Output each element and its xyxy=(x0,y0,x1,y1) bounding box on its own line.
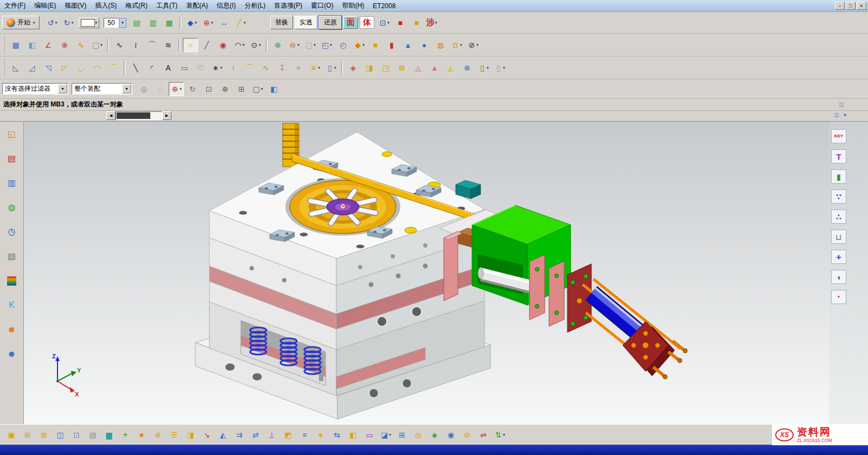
revolve-icon[interactable]: ◴ xyxy=(335,38,350,52)
face-button[interactable]: 面 xyxy=(343,16,358,29)
project-curve-icon[interactable]: ↧ xyxy=(275,61,290,75)
point-set-icon[interactable]: ∗▾ xyxy=(209,61,225,75)
ruled-surface-icon[interactable]: ◺ xyxy=(8,61,23,75)
hole-icon[interactable]: ◘▾ xyxy=(449,38,464,52)
medical-cross-icon[interactable]: + xyxy=(831,250,846,264)
menu-item[interactable]: ET2008 xyxy=(368,1,400,11)
menu-item[interactable]: 首选项(P) xyxy=(270,0,307,11)
key-icon[interactable]: KEY xyxy=(831,129,846,143)
remember-constraints-icon[interactable]: ◩ xyxy=(280,427,296,443)
replace-button[interactable]: 替换 xyxy=(270,16,293,29)
rotate-view-icon[interactable]: ↻ xyxy=(185,82,200,96)
delete-face-icon[interactable]: ⊗ xyxy=(459,61,475,75)
tool-icon[interactable] xyxy=(107,39,109,52)
dropdown-arrow-icon[interactable]: ▼ xyxy=(58,84,67,93)
grid-component-icon[interactable]: ⊞ xyxy=(394,427,410,443)
menu-item[interactable]: 格式(R) xyxy=(121,0,152,11)
no-entry-icon[interactable]: ⊘ xyxy=(459,427,475,443)
dropdown-caret[interactable]: ▾ xyxy=(195,21,197,25)
mold-wizard-icon[interactable]: ◬ xyxy=(411,61,426,75)
mirror-assembly-icon[interactable]: ◭ xyxy=(215,427,231,443)
cylinder-mount-plates[interactable] xyxy=(529,255,591,332)
link-ring-icon[interactable]: ○ xyxy=(183,38,198,52)
spark-icon[interactable]: ∗ xyxy=(313,427,328,443)
cascade-windows-icon[interactable]: ▤ xyxy=(3,150,21,167)
through-curves-icon[interactable]: ◿ xyxy=(24,61,40,75)
dropdown-caret[interactable]: ▾ xyxy=(297,43,299,47)
barrel-icon[interactable]: ▮ xyxy=(831,169,846,184)
point-icon[interactable]: ⊙▾ xyxy=(248,38,263,52)
component-set-icon[interactable]: ⊠ xyxy=(36,427,52,443)
dropdown-caret[interactable]: ▾ xyxy=(211,21,213,25)
menu-item[interactable]: 视图(V) xyxy=(60,0,91,11)
open-component-icon[interactable]: ⊞ xyxy=(20,427,35,443)
graphics-viewport[interactable]: Z Y X xyxy=(24,122,829,424)
sort-icon[interactable]: ⇅▾ xyxy=(492,427,507,443)
fit-view-icon[interactable]: ⊡ xyxy=(201,82,216,96)
viewport-canvas[interactable]: Z Y X xyxy=(24,122,829,424)
dropdown-caret[interactable]: ▾ xyxy=(242,43,245,47)
paste-clipboard-icon[interactable]: ▯▾ xyxy=(492,61,507,75)
orange-cube-icon[interactable]: ■ xyxy=(409,16,424,30)
selection-scope-dropdown[interactable]: 整个装配 ▼ xyxy=(72,83,132,94)
layer-category-icon[interactable]: ▦ xyxy=(162,16,177,30)
layer-visible-icon[interactable]: ▥ xyxy=(145,16,161,30)
close-button[interactable]: × xyxy=(857,2,866,10)
cone-icon[interactable]: ▲ xyxy=(400,38,416,52)
rectangle-icon[interactable]: ▭ xyxy=(177,61,192,75)
shaded-view-icon[interactable]: ◧ xyxy=(266,82,282,96)
offset-curve-icon[interactable]: ≀ xyxy=(226,61,241,75)
menu-item[interactable]: 窗口(O) xyxy=(307,0,337,11)
stamp-icon[interactable]: ▤ xyxy=(85,427,100,443)
line2-icon[interactable]: ╲ xyxy=(128,61,143,75)
datum-csys-icon[interactable]: ⊕▾ xyxy=(200,16,215,30)
she-button[interactable]: 涉 ▾ xyxy=(426,17,437,28)
arc-curve-icon[interactable]: ⌒ xyxy=(144,38,159,52)
more-tools-icon[interactable]: ▢▾ xyxy=(90,38,105,52)
hydraulic-cylinder-tube[interactable] xyxy=(591,288,646,336)
dropdown-caret[interactable]: ▾ xyxy=(476,43,478,47)
sketch-icon[interactable]: ▦ xyxy=(8,38,23,52)
exchange-icon[interactable]: ⇌ xyxy=(476,427,491,443)
arrangements-icon[interactable]: ⇆ xyxy=(329,427,344,443)
user-icon[interactable]: ☻ xyxy=(3,346,21,362)
panel-toggle-icon[interactable]: ◫ xyxy=(839,102,844,108)
dropdown-caret[interactable]: ▾ xyxy=(362,43,365,47)
replace-component-icon[interactable]: ⇄ xyxy=(248,427,263,443)
spline-icon[interactable]: ∿ xyxy=(112,38,127,52)
block-icon[interactable]: ■ xyxy=(368,38,383,52)
target-icon[interactable]: ◉ xyxy=(443,427,458,443)
dropdown-caret[interactable]: ▾ xyxy=(314,43,316,47)
menu-item[interactable]: 帮助(H) xyxy=(338,0,369,11)
dropdown-caret[interactable]: ▾ xyxy=(460,43,462,47)
ruler-icon[interactable]: ╱▾ xyxy=(233,16,248,30)
purple-part-icon[interactable]: ◖ xyxy=(831,270,846,284)
arc2-icon[interactable]: ◜ xyxy=(144,61,159,75)
undo-icon[interactable]: ↺▾ xyxy=(44,16,60,30)
menu-item[interactable]: 分析(L) xyxy=(240,0,270,11)
scroll-left-button[interactable]: ◀ xyxy=(106,111,116,120)
minimize-button[interactable]: − xyxy=(835,2,845,10)
material-sphere-icon[interactable]: ◍ xyxy=(3,199,21,216)
paired-cubes-icon[interactable]: ◨ xyxy=(183,427,198,443)
scroll-thumb[interactable] xyxy=(117,112,150,119)
intersection-curve-icon[interactable]: × xyxy=(291,61,306,75)
wave-body-icon[interactable]: ◪▾ xyxy=(378,427,393,443)
red-cube-icon[interactable]: ■ xyxy=(393,16,408,30)
helix-icon[interactable]: ≋ xyxy=(161,38,176,52)
redo-icon[interactable]: ↻▾ xyxy=(61,16,76,30)
scroll-track[interactable] xyxy=(116,111,162,120)
dropdown-arrow-icon[interactable]: ▼ xyxy=(122,84,131,93)
extrude-icon[interactable]: ◰▾ xyxy=(319,38,334,52)
text-icon[interactable]: A xyxy=(161,61,176,75)
dropdown-caret[interactable]: ▾ xyxy=(72,21,74,25)
dropdown-caret[interactable]: ▾ xyxy=(487,66,489,70)
molecule-icon[interactable]: ∵ xyxy=(831,189,846,204)
dropdown-caret[interactable]: ▾ xyxy=(180,87,182,91)
work-layer-caret[interactable]: ▾ xyxy=(119,18,126,28)
dropdown-caret[interactable]: ▾ xyxy=(387,21,390,25)
pattern-component-icon[interactable]: ☰ xyxy=(167,427,182,443)
tool-icon[interactable] xyxy=(124,61,125,74)
datum-axis-icon[interactable]: ∠ xyxy=(41,38,56,52)
add-component-icon[interactable]: + xyxy=(118,427,133,443)
